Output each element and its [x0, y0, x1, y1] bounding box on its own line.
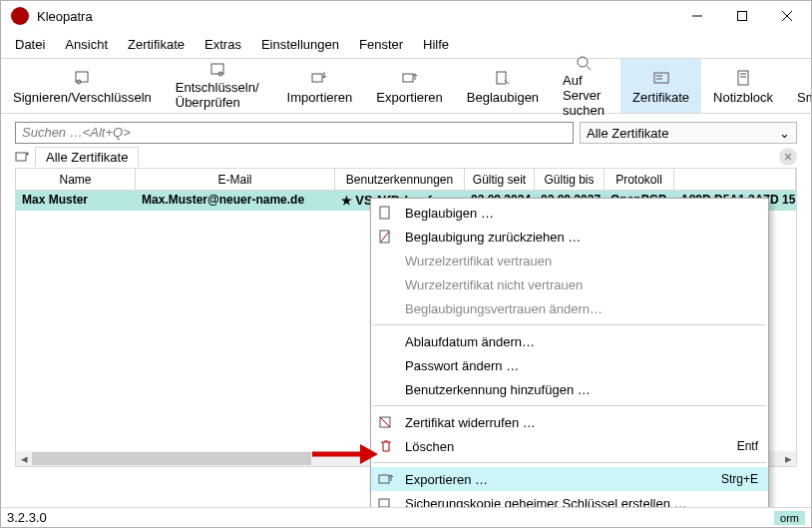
tool-sign[interactable]: Signieren/Verschlüsseln — [1, 59, 164, 113]
tool-certify[interactable]: Beglaubigen — [455, 59, 551, 113]
col-since[interactable]: Gültig seit — [465, 169, 535, 190]
col-proto[interactable]: Protokoll — [605, 169, 674, 190]
notepad-icon — [732, 68, 754, 88]
ctx-change-pass[interactable]: Passwort ändern … — [371, 353, 768, 377]
scroll-left-icon[interactable]: ◂ — [16, 451, 32, 466]
statusbar: 3.2.3.0 orm — [1, 507, 811, 527]
revoke-icon — [377, 414, 395, 430]
tool-lookup-label: Auf Server suchen — [563, 73, 605, 118]
search-input[interactable]: Suchen …<Alt+Q> — [15, 122, 574, 144]
tool-notes[interactable]: Notizblock — [701, 59, 785, 113]
certificate-icon — [650, 68, 672, 88]
ctx-revoke[interactable]: Zertifikat widerrufen … — [371, 410, 768, 434]
svg-rect-13 — [654, 73, 668, 83]
svg-rect-30 — [379, 499, 389, 507]
scroll-thumb[interactable] — [32, 452, 311, 465]
svg-line-26 — [381, 232, 389, 242]
filter-combo[interactable]: Alle Zertifikate ⌄ — [580, 122, 797, 144]
certify-icon — [492, 68, 514, 88]
close-button[interactable] — [764, 2, 809, 30]
ctx-trust-root: Wurzelzertifikat vertrauen — [371, 249, 768, 272]
ctx-change-trust: Beglaubigungsvertrauen ändern… — [371, 296, 768, 320]
revoke-cert-icon — [377, 229, 395, 245]
ctx-separator — [373, 462, 766, 463]
ctx-delete[interactable]: Löschen Entf — [371, 434, 768, 458]
tool-certs[interactable]: Zertifikate — [620, 59, 701, 113]
col-email[interactable]: E-Mail — [136, 169, 335, 190]
titlebar: Kleopatra — [1, 1, 811, 31]
menu-hilfe[interactable]: Hilfe — [415, 33, 457, 56]
svg-line-12 — [587, 66, 591, 70]
tool-decrypt[interactable]: Entschlüsseln/Überprüfen — [164, 59, 271, 113]
ctx-delete-shortcut: Entf — [737, 439, 758, 453]
col-fpr[interactable] — [674, 169, 796, 190]
svg-rect-24 — [380, 207, 389, 219]
menu-einstellungen[interactable]: Einstellungen — [253, 33, 347, 56]
app-logo-icon — [11, 7, 29, 25]
export-icon — [377, 471, 395, 487]
col-until[interactable]: Gültig bis — [535, 169, 605, 190]
ctx-export[interactable]: Exportieren … Strg+E — [371, 467, 768, 491]
status-compliance-tag: orm — [774, 511, 805, 525]
filter-combo-value: Alle Zertifikate — [587, 126, 668, 141]
svg-rect-10 — [497, 72, 506, 84]
tool-lookup[interactable]: Auf Server suchen — [551, 59, 616, 113]
menu-extras[interactable]: Extras — [197, 33, 249, 56]
menu-datei[interactable]: Datei — [7, 33, 53, 56]
close-tab-icon[interactable]: × — [779, 148, 797, 166]
ctx-revoke-cert[interactable]: Beglaubigung zurückziehen … — [371, 225, 768, 249]
ctx-separator — [373, 324, 766, 325]
cell-email: Max.Muster@neuer-name.de — [136, 191, 335, 211]
menu-fenster[interactable]: Fenster — [351, 33, 411, 56]
tool-sign-label: Signieren/Verschlüsseln — [13, 90, 152, 105]
table-header: Name E-Mail Benutzerkennungen Gültig sei… — [16, 169, 796, 191]
tab-alle-zertifikate[interactable]: Alle Zertifikate — [35, 147, 139, 167]
tool-smartcards-label: Smartcards — [797, 90, 812, 105]
tool-import-label: Importieren — [287, 90, 353, 105]
svg-rect-29 — [379, 475, 389, 483]
svg-rect-1 — [737, 12, 746, 21]
export-icon — [399, 68, 421, 88]
search-server-icon — [573, 55, 595, 71]
tool-export[interactable]: Exportieren — [364, 59, 454, 113]
ctx-change-expiry[interactable]: Ablaufdatum ändern… — [371, 329, 768, 353]
tool-import[interactable]: Importieren — [275, 59, 365, 113]
menubar: Datei Ansicht Zertifikate Extras Einstel… — [1, 31, 811, 58]
trash-icon — [377, 438, 395, 454]
menu-zertifikate[interactable]: Zertifikate — [120, 33, 193, 56]
svg-rect-9 — [403, 74, 413, 82]
tool-certify-label: Beglaubigen — [467, 90, 539, 105]
toolbar: Signieren/Verschlüsseln Entschlüsseln/Üb… — [1, 58, 811, 114]
svg-rect-8 — [312, 74, 322, 82]
col-name[interactable]: Name — [16, 169, 136, 190]
new-tab-button[interactable] — [11, 147, 33, 167]
ctx-add-uid[interactable]: Benutzerkennung hinzufügen … — [371, 377, 768, 401]
cell-name: Max Muster — [16, 191, 136, 211]
tool-smartcards[interactable]: Smartcards — [785, 59, 812, 113]
window-title: Kleopatra — [37, 9, 674, 24]
ctx-distrust-root: Wurzelzertifikat nicht vertrauen — [371, 272, 768, 296]
svg-rect-16 — [738, 71, 748, 85]
svg-point-11 — [578, 57, 588, 67]
svg-rect-21 — [16, 153, 26, 161]
ctx-export-shortcut: Strg+E — [721, 472, 758, 486]
tab-row: Alle Zertifikate × — [1, 146, 811, 168]
unlock-verify-icon — [206, 62, 228, 78]
certify-icon — [377, 205, 395, 221]
menu-ansicht[interactable]: Ansicht — [57, 33, 116, 56]
ctx-certify[interactable]: Beglaubigen … — [371, 201, 768, 225]
status-version: 3.2.3.0 — [7, 510, 47, 525]
tool-certs-label: Zertifikate — [632, 90, 689, 105]
tool-decrypt-label: Entschlüsseln/Überprüfen — [176, 80, 259, 110]
context-menu: Beglaubigen … Beglaubigung zurückziehen … — [370, 198, 769, 528]
col-userids[interactable]: Benutzerkennungen — [335, 169, 465, 190]
ctx-separator — [373, 405, 766, 406]
lock-encrypt-icon — [71, 68, 93, 88]
minimize-button[interactable] — [674, 2, 719, 30]
import-icon — [308, 68, 330, 88]
scroll-right-icon[interactable]: ▸ — [780, 451, 796, 466]
search-row: Suchen …<Alt+Q> Alle Zertifikate ⌄ — [1, 114, 811, 146]
chevron-down-icon: ⌄ — [779, 126, 790, 141]
maximize-button[interactable] — [719, 2, 764, 30]
svg-line-28 — [380, 417, 390, 427]
